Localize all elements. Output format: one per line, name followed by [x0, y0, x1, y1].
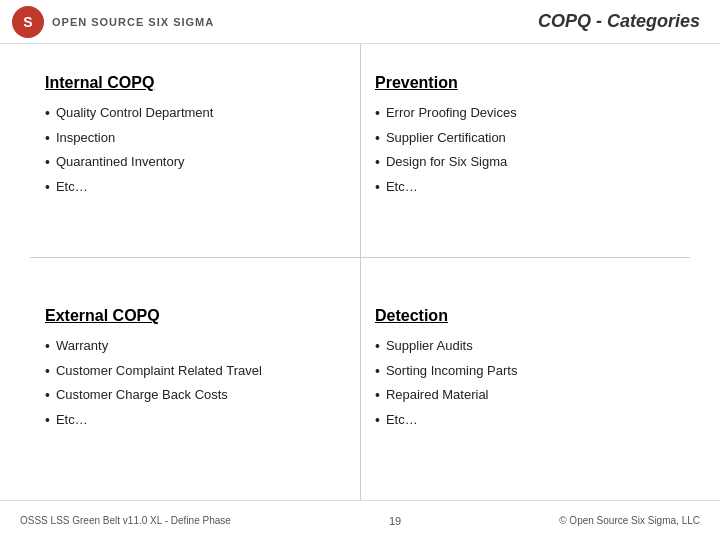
vertical-divider	[360, 44, 361, 500]
external-copq-section: External COPQ Warranty Customer Complain…	[30, 297, 360, 490]
detection-section: Detection Supplier Audits Sorting Incomi…	[360, 297, 690, 490]
list-item: Warranty	[45, 337, 345, 357]
list-item: Etc…	[45, 178, 345, 198]
detection-list: Supplier Audits Sorting Incoming Parts R…	[375, 337, 675, 430]
footer-left: OSSS LSS Green Belt v11.0 XL - Define Ph…	[20, 515, 231, 526]
internal-copq-title: Internal COPQ	[45, 74, 345, 92]
list-item: Quarantined Inventory	[45, 153, 345, 173]
list-item: Supplier Audits	[375, 337, 675, 357]
prevention-list: Error Proofing Devices Supplier Certific…	[375, 104, 675, 197]
list-item: Etc…	[375, 411, 675, 431]
header: S OPEN SOURCE SIX SIGMA COPQ - Categorie…	[0, 0, 720, 44]
list-item: Etc…	[375, 178, 675, 198]
logo-letter: S	[23, 14, 32, 30]
internal-copq-section: Internal COPQ Quality Control Department…	[30, 64, 360, 257]
logo-area: S OPEN SOURCE SIX SIGMA	[12, 6, 214, 38]
internal-copq-list: Quality Control Department Inspection Qu…	[45, 104, 345, 197]
prevention-title: Prevention	[375, 74, 675, 92]
footer: OSSS LSS Green Belt v11.0 XL - Define Ph…	[0, 500, 720, 540]
list-item: Quality Control Department	[45, 104, 345, 124]
footer-page-number: 19	[389, 515, 401, 527]
logo-text: OPEN SOURCE SIX SIGMA	[52, 16, 214, 28]
external-copq-list: Warranty Customer Complaint Related Trav…	[45, 337, 345, 430]
list-item: Repaired Material	[375, 386, 675, 406]
list-item: Etc…	[45, 411, 345, 431]
external-copq-title: External COPQ	[45, 307, 345, 325]
list-item: Sorting Incoming Parts	[375, 362, 675, 382]
list-item: Inspection	[45, 129, 345, 149]
list-item: Supplier Certification	[375, 129, 675, 149]
list-item: Customer Charge Back Costs	[45, 386, 345, 406]
page-title: COPQ - Categories	[538, 11, 700, 32]
detection-title: Detection	[375, 307, 675, 325]
logo-icon: S	[12, 6, 44, 38]
list-item: Design for Six Sigma	[375, 153, 675, 173]
list-item: Customer Complaint Related Travel	[45, 362, 345, 382]
footer-copyright: © Open Source Six Sigma, LLC	[559, 515, 700, 526]
list-item: Error Proofing Devices	[375, 104, 675, 124]
prevention-section: Prevention Error Proofing Devices Suppli…	[360, 64, 690, 257]
